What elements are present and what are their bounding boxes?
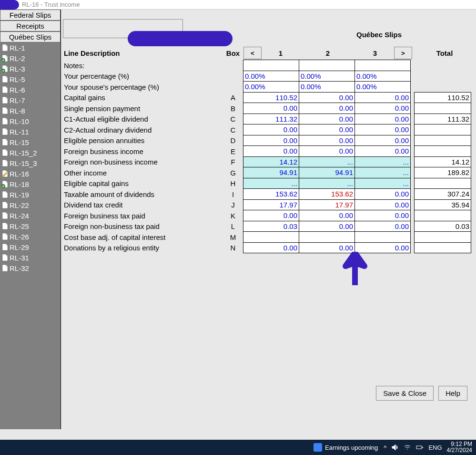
input-cell[interactable]: 0.00 [299, 145, 355, 157]
sidebar-item-label: RL-5 [10, 75, 25, 83]
input-cell[interactable]: 0.00 [354, 124, 411, 135]
input-cell[interactable]: 0.00 [243, 242, 299, 254]
input-cell[interactable]: 94.91 [243, 167, 299, 178]
input-cell[interactable]: 0.00 [299, 135, 355, 146]
sidebar-item-rl-15[interactable]: RL-15 [0, 137, 61, 147]
row-total [414, 231, 471, 243]
input-cell[interactable]: ... [354, 156, 411, 168]
input-cell[interactable]: 0.00% [243, 71, 299, 82]
sidebar-item-label: RL-18 [10, 180, 29, 188]
sidebar-item-rl-16[interactable]: RL-16 [0, 168, 61, 179]
input-cell[interactable]: 0.00 [354, 188, 411, 200]
input-cell[interactable]: 153.62 [299, 188, 355, 200]
input-cell[interactable]: ... [299, 178, 355, 189]
sidebar-item-label: RL-26 [10, 233, 29, 241]
input-cell[interactable]: 0.00 [354, 114, 411, 125]
input-cell[interactable]: 0.00% [299, 81, 355, 93]
sidebar-item-rl-29[interactable]: RL-29 [0, 242, 61, 252]
input-cell[interactable]: 111.32 [243, 114, 299, 125]
sidebar-category-button[interactable]: Federal Slips [0, 10, 61, 21]
input-cell[interactable]: 17.97 [243, 199, 299, 211]
input-cell[interactable]: 17.97 [299, 199, 355, 211]
battery-icon[interactable] [416, 444, 424, 451]
help-button[interactable]: Help [438, 386, 467, 401]
sidebar-item-rl-18[interactable]: RL-18 [0, 179, 61, 189]
taskbar-clock[interactable]: 9:12 PM 4/27/2024 [447, 441, 472, 454]
speaker-icon[interactable] [391, 444, 399, 451]
input-cell[interactable]: 0.00 [354, 145, 411, 157]
tray-chevron-icon[interactable]: ^ [384, 444, 386, 451]
sidebar-category-button[interactable]: Receipts [0, 21, 61, 31]
input-cell[interactable]: 0.03 [243, 221, 299, 232]
input-cell[interactable]: 0.00 [299, 221, 355, 232]
input-cell[interactable]: 153.62 [243, 188, 299, 200]
input-cell[interactable]: 0.00% [354, 71, 411, 82]
input-cell[interactable] [243, 60, 299, 71]
input-cell[interactable]: 0.00 [354, 242, 411, 254]
prev-slip-button[interactable]: < [243, 47, 262, 59]
sidebar-item-rl-19[interactable]: RL-19 [0, 189, 61, 200]
language-indicator[interactable]: ENG [428, 444, 442, 451]
input-cell[interactable]: 0.00 [354, 135, 411, 146]
sidebar-category-button[interactable]: Québec Slips [0, 31, 61, 42]
input-cell[interactable]: ... [243, 178, 299, 189]
sidebar-item-rl-31[interactable]: RL-31 [0, 252, 61, 263]
input-cell[interactable]: 0.00 [299, 124, 355, 135]
input-cell[interactable] [299, 231, 355, 243]
sidebar-item-rl-5[interactable]: RL-5 [0, 74, 61, 84]
sidebar-item-rl-1[interactable]: RL-1 [0, 42, 61, 53]
sidebar-item-rl-24[interactable]: RL-24 [0, 210, 61, 221]
sidebar-item-rl-6[interactable]: RL-6 [0, 84, 61, 95]
input-cell[interactable]: 0.00 [354, 103, 411, 114]
input-cell[interactable] [299, 60, 355, 71]
sidebar-item-label: RL-1 [10, 44, 25, 52]
input-cell[interactable]: 0.00% [243, 81, 299, 93]
sidebar-item-rl-3[interactable]: RL-3 [0, 63, 61, 74]
input-cell[interactable]: 0.00 [354, 210, 411, 221]
grid-row: Foreign business tax paidK0.000.000.00 [63, 210, 473, 221]
input-cell[interactable]: 94.91 [299, 167, 355, 178]
sidebar-item-rl-8[interactable]: RL-8 [0, 105, 61, 116]
input-cell[interactable]: 0.00% [354, 81, 411, 93]
input-cell[interactable]: ... [354, 167, 411, 178]
sidebar-item-rl-2[interactable]: RL-2 [0, 53, 61, 63]
input-cell[interactable]: 0.00 [243, 210, 299, 221]
sidebar-item-rl-15_3[interactable]: RL-15_3 [0, 158, 61, 168]
input-cell[interactable]: 0.00% [299, 71, 355, 82]
sidebar-item-rl-26[interactable]: RL-26 [0, 231, 61, 242]
sidebar-item-rl-7[interactable]: RL-7 [0, 95, 61, 105]
input-cell[interactable]: ... [354, 178, 411, 189]
input-cell[interactable] [243, 231, 299, 243]
sidebar-item-rl-32[interactable]: RL-32 [0, 263, 61, 273]
row-box-code: K [223, 210, 243, 221]
svg-rect-3 [416, 446, 422, 449]
input-cell[interactable] [354, 60, 411, 71]
taskbar: Earnings upcoming ^ ENG 9:12 PM 4/27/202… [0, 440, 476, 455]
input-cell[interactable]: 0.00 [354, 92, 411, 103]
input-cell[interactable]: ... [299, 156, 355, 168]
input-cell[interactable]: 0.00 [299, 210, 355, 221]
input-cell[interactable]: 0.00 [354, 199, 411, 211]
input-cell[interactable]: 0.00 [243, 103, 299, 114]
wifi-icon[interactable] [404, 444, 411, 451]
taskbar-earnings[interactable]: Earnings upcoming [314, 443, 378, 452]
input-cell[interactable] [354, 231, 411, 243]
input-cell[interactable]: 0.00 [243, 135, 299, 146]
sidebar-item-rl-11[interactable]: RL-11 [0, 126, 61, 137]
data-grid: Line Description Box < 1 2 3 > Total Not… [63, 46, 473, 253]
input-cell[interactable]: 0.00 [299, 114, 355, 125]
sidebar-item-rl-10[interactable]: RL-10 [0, 116, 61, 126]
input-cell[interactable]: 0.00 [354, 221, 411, 232]
input-cell[interactable]: 0.00 [299, 92, 355, 103]
input-cell[interactable]: 14.12 [243, 156, 299, 168]
save-close-button[interactable]: Save & Close [376, 386, 434, 401]
sidebar-item-rl-15_2[interactable]: RL-15_2 [0, 147, 61, 158]
input-cell[interactable]: 0.00 [299, 242, 355, 254]
sidebar-item-rl-22[interactable]: RL-22 [0, 200, 61, 210]
input-cell[interactable]: 0.00 [243, 124, 299, 135]
input-cell[interactable]: 110.52 [243, 92, 299, 103]
input-cell[interactable]: 0.00 [299, 103, 355, 114]
input-cell[interactable]: 0.00 [243, 145, 299, 157]
next-slip-button[interactable]: > [394, 47, 412, 59]
sidebar-item-rl-25[interactable]: RL-25 [0, 221, 61, 231]
